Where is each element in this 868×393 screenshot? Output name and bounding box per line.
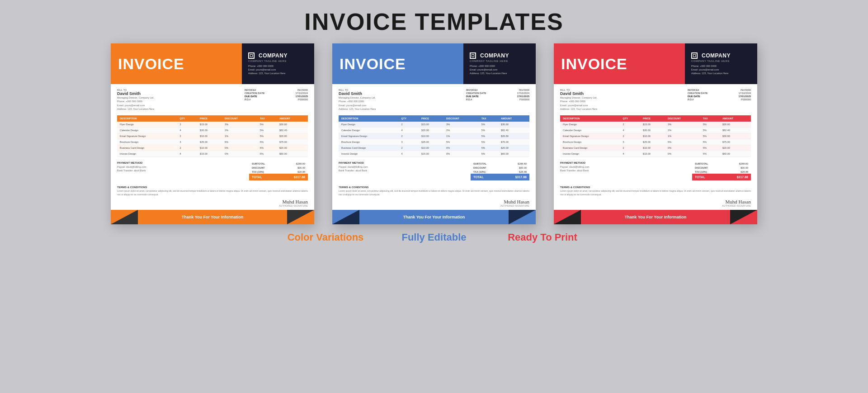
table-cell: $20.80 [498, 133, 529, 139]
summary-tax: TAX (10%) $28.88 [692, 170, 751, 174]
meta-invoice: INVOICE# INV/0000 [688, 89, 751, 91]
table-header: QTY [620, 115, 640, 122]
client-phone: Phone: +000 000 0000 [117, 99, 245, 103]
table-cell: 5% [479, 139, 498, 145]
client-name: David Smith [117, 91, 245, 96]
payment-left: PAYMENT METHOD Paypal: david@billing.com… [117, 161, 249, 173]
signature-section: Muhd Hasan Authored Signature [554, 198, 757, 210]
subtotal-label: SUBTOTAL [252, 162, 265, 165]
table-cell: $15.00 [197, 122, 222, 128]
terms-title: TERMS & CONDITIONS [560, 186, 751, 189]
table-cell: Invoice Design [339, 151, 399, 157]
terms-section: TERMS & CONDITIONS Lorem ipsum dolor sit… [554, 183, 757, 198]
company-phone: Phone: +000 000 0000 [691, 64, 728, 68]
table-cell: $15.00 [640, 122, 665, 128]
table-section: DESCRIPTIONQTYPRICEDISCOUNTTAXAMOUNT Fly… [332, 115, 536, 157]
table-cell: 3% [443, 122, 479, 128]
table-header: PRICE [197, 115, 222, 122]
company-tagline: COMPANY TAGLINE HERE [470, 60, 508, 62]
table-cell: 4 [399, 128, 419, 133]
company-tagline: COMPANY TAGLINE HERE [248, 60, 287, 62]
table-cell: Business Card Design [339, 145, 399, 151]
payment-label: PAYMENT METHOD [339, 161, 471, 164]
table-cell: $20.00 [640, 128, 665, 133]
table-cell: $60.00 [498, 151, 529, 157]
creation-value: 17/10/2024 [517, 92, 529, 95]
summary-discount: DISCOUNT $00.00 [249, 166, 308, 170]
invoice-table: DESCRIPTIONQTYPRICEDISCOUNTTAXAMOUNT Fly… [339, 115, 529, 157]
client-email: Email: youre@email.com [560, 104, 688, 107]
payment-section: PAYMENT METHOD Paypal: david@billing.com… [554, 159, 757, 183]
header-right: COMPANY COMPANY TAGLINE HERE Phone: +000… [242, 43, 314, 84]
signature-section: Muhd Hasan Authored Signature [111, 198, 314, 210]
tax-label: TAX (10%) [252, 170, 264, 173]
table-cell: $15.00 [640, 151, 665, 157]
total-value: $317.88 [737, 175, 748, 179]
feature-label-1: Fully Editable [389, 232, 479, 243]
table-header-row: DESCRIPTIONQTYPRICEDISCOUNTTAXAMOUNT [117, 115, 308, 122]
table-cell: 1% [222, 133, 257, 139]
table-cell: 2 [399, 122, 419, 128]
payment-detail2: Bank Transfer: abcd Bank [339, 169, 471, 172]
header-right: COMPANY COMPANY TAGLINE HERE Phone: +000… [463, 43, 536, 84]
table-row: Invoice Design4$15.000%5%$60.00 [339, 151, 529, 157]
table-cell: 2 [177, 122, 197, 128]
bill-right: INVOICE# INV/0000 CREATION DATE 17/10/20… [245, 89, 308, 111]
footer-triangle-right [287, 210, 314, 224]
table-header: TAX [479, 115, 498, 122]
discount-value: $00.00 [741, 166, 748, 169]
table-header: DISCOUNT [443, 115, 479, 122]
table-cell: 3 [177, 139, 197, 145]
client-name: David Smith [560, 91, 688, 96]
table-header: PRICE [419, 115, 443, 122]
table-cell: 5% [700, 145, 720, 151]
table-cell: $82.40 [277, 128, 308, 133]
bill-left: BILL TO David Smith Managing Director, C… [117, 89, 245, 111]
table-row: Calender Design4$20.002%5%$82.40 [560, 128, 751, 133]
table-cell: $75.00 [498, 139, 529, 145]
summary-subtotal: SUBTOTAL $288.80 [471, 161, 529, 166]
subtotal-label: SUBTOTAL [473, 162, 486, 165]
footer-triangle-left [332, 210, 359, 224]
table-cell: 2 [177, 145, 197, 151]
total-row: TOTAL $317.88 [471, 174, 529, 180]
summary-tax: TAX (10%) $28.88 [471, 170, 529, 174]
table-header: AMOUNT [720, 115, 751, 122]
table-cell: $30.60 [720, 122, 751, 128]
table-cell: $30.60 [498, 122, 529, 128]
company-email: Email: youre@email.com [248, 68, 285, 71]
table-cell: 3 [399, 139, 419, 145]
invoice-table: DESCRIPTIONQTYPRICEDISCOUNTTAXAMOUNT Fly… [117, 115, 308, 157]
table-header: DESCRIPTION [117, 115, 177, 122]
summary-discount: DISCOUNT $00.00 [471, 166, 529, 170]
table-header: TAX [700, 115, 720, 122]
invoice-title: INVOICE [340, 55, 406, 73]
table-cell: Flyer Design [117, 122, 177, 128]
meta-due: DUE DATE 17/01/2025 [466, 95, 529, 98]
bill-section: BILL TO David Smith Managing Director, C… [554, 84, 757, 114]
table-cell: $10.00 [197, 133, 222, 139]
table-cell: 5% [257, 145, 277, 151]
table-header: QTY [177, 115, 197, 122]
table-cell: 5% [700, 139, 720, 145]
tax-value: $28.88 [741, 170, 748, 173]
terms-text: Lorem ipsum dolor sit amet, consectetur … [339, 189, 529, 196]
po-label: P.O.# [466, 98, 472, 101]
po-value: P000000 [298, 98, 308, 101]
table-row: Business Card Design2$10.000%5%$20.00 [117, 145, 308, 151]
payment-right: SUBTOTAL $288.80 DISCOUNT $00.00 TAX (10… [249, 161, 308, 180]
table-cell: 5% [700, 128, 720, 133]
table-cell: 2 [399, 145, 419, 151]
footer-triangle-right [509, 210, 536, 224]
payment-right: SUBTOTAL $288.80 DISCOUNT $00.00 TAX (10… [692, 161, 751, 180]
total-value: $317.88 [294, 175, 305, 179]
table-cell: $75.00 [720, 139, 751, 145]
table-row: Brochure Design3$25.005%5%$75.00 [117, 139, 308, 145]
table-cell: 5% [257, 128, 277, 133]
creation-value: 17/10/2024 [738, 92, 751, 95]
company-icon [248, 52, 255, 59]
table-row: Email Signature Design2$10.001%5%$20.80 [117, 133, 308, 139]
summary-discount: DISCOUNT $00.00 [692, 166, 751, 170]
card-header: INVOICE COMPANY COMPANY TAGLINE HERE Pho… [111, 43, 314, 84]
table-row: Business Card Design2$10.000%5%$20.00 [339, 145, 529, 151]
